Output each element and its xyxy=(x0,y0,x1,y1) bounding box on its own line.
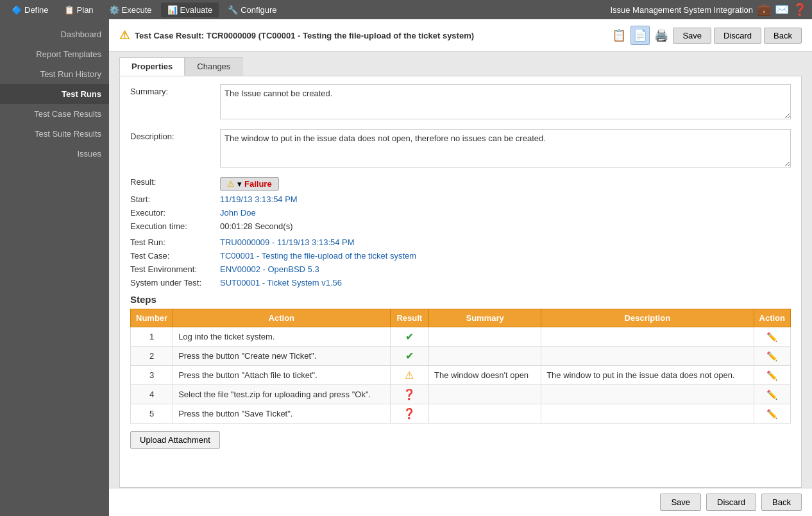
discard-button-bottom[interactable]: Discard xyxy=(706,494,756,511)
step-edit-cell: ✏️ xyxy=(754,347,790,366)
step-edit-cell: ✏️ xyxy=(754,404,790,424)
system-under-test-label: System under Test: xyxy=(130,278,220,288)
description-row: Description: xyxy=(130,129,791,169)
warning-icon: ⚠ xyxy=(119,28,130,42)
back-button-top[interactable]: Back xyxy=(764,28,802,44)
step-edit-cell: ✏️ xyxy=(754,385,790,404)
description-label: Description: xyxy=(130,129,220,141)
executor-value[interactable]: John Doe xyxy=(220,208,256,218)
sidebar: Dashboard Report Templates Test Run Hist… xyxy=(0,19,109,516)
step-description xyxy=(541,385,754,404)
sidebar-item-test-run-history[interactable]: Test Run History xyxy=(0,64,109,84)
col-action-edit: Action xyxy=(754,309,790,327)
status-unknown-icon: ❓ xyxy=(403,408,416,419)
start-value: 11/19/13 3:13:54 PM xyxy=(220,194,298,204)
step-summary: The window doesn't open xyxy=(429,366,541,385)
sidebar-item-report-templates[interactable]: Report Templates xyxy=(0,44,109,64)
step-edit-icon[interactable]: ✏️ xyxy=(766,332,777,342)
step-number: 2 xyxy=(131,347,173,366)
step-edit-cell: ✏️ xyxy=(754,366,790,385)
summary-row: Summary: xyxy=(130,84,791,121)
step-number: 3 xyxy=(131,366,173,385)
content-area: ⚠ Test Case Result: TCR0000009 (TC00001 … xyxy=(109,19,812,516)
step-description xyxy=(541,327,754,347)
summary-input[interactable] xyxy=(220,84,791,119)
step-result: ✔ xyxy=(390,347,429,366)
col-summary: Summary xyxy=(429,309,541,327)
steps-section: Steps Number Action Result Summary Descr… xyxy=(130,294,791,449)
step-action: Press the button "Create new Ticket". xyxy=(173,347,390,366)
step-number: 4 xyxy=(131,385,173,404)
table-row: 1 Log into the ticket system. ✔ ✏️ xyxy=(131,327,791,347)
nav-configure[interactable]: 🔧 Configure xyxy=(221,3,283,17)
test-run-value[interactable]: TRU0000009 - 11/19/13 3:13:54 PM xyxy=(220,237,355,247)
evaluate-icon: 📊 xyxy=(167,5,178,15)
step-edit-icon[interactable]: ✏️ xyxy=(766,370,777,381)
step-number: 5 xyxy=(131,404,173,424)
step-edit-icon[interactable]: ✏️ xyxy=(766,390,777,400)
nav-evaluate[interactable]: 📊 Evaluate xyxy=(161,3,219,17)
step-description xyxy=(541,347,754,366)
status-unknown-icon: ❓ xyxy=(403,389,416,400)
start-label: Start: xyxy=(130,194,220,204)
col-number: Number xyxy=(131,309,173,327)
test-case-value[interactable]: TC00001 - Testing the file-upload of the… xyxy=(220,251,416,261)
nav-icon-help[interactable]: ❓ xyxy=(793,3,807,17)
step-action: Log into the ticket system. xyxy=(173,327,390,347)
nav-plan[interactable]: 📋 Plan xyxy=(58,3,100,17)
col-result: Result xyxy=(390,309,429,327)
test-environment-row: Test Environment: ENV00002 - OpenBSD 5.3 xyxy=(130,264,791,274)
test-case-row: Test Case: TC00001 - Testing the file-up… xyxy=(130,251,791,261)
nav-define[interactable]: 🔷 Define xyxy=(5,3,55,17)
col-action: Action xyxy=(173,309,390,327)
start-row: Start: 11/19/13 3:13:54 PM xyxy=(130,194,791,204)
tab-changes[interactable]: Changes xyxy=(185,57,242,76)
sidebar-item-test-runs[interactable]: Test Runs xyxy=(0,84,109,104)
nav-execute[interactable]: ⚙️ Execute xyxy=(103,3,158,17)
paste-icon-btn[interactable]: 📄 xyxy=(630,26,650,45)
back-button-bottom[interactable]: Back xyxy=(761,494,802,511)
status-ok-icon: ✔ xyxy=(405,350,414,361)
page-header: ⚠ Test Case Result: TCR0000009 (TC00001 … xyxy=(109,19,812,52)
upload-attachment-button[interactable]: Upload Attachment xyxy=(130,431,220,449)
result-dropdown-arrow: ▾ xyxy=(237,179,242,189)
test-environment-value[interactable]: ENV00002 - OpenBSD 5.3 xyxy=(220,264,319,274)
result-label: Result: xyxy=(130,177,220,191)
step-description xyxy=(541,404,754,424)
summary-label: Summary: xyxy=(130,84,220,96)
print-icon-btn[interactable]: 🖨️ xyxy=(652,26,670,44)
sidebar-item-dashboard[interactable]: Dashboard xyxy=(0,24,109,44)
page-title: ⚠ Test Case Result: TCR0000009 (TC00001 … xyxy=(119,28,474,42)
discard-button-top[interactable]: Discard xyxy=(714,28,761,44)
result-dropdown[interactable]: ⚠ ▾ Failure xyxy=(220,177,279,191)
sidebar-item-issues[interactable]: Issues xyxy=(0,144,109,164)
integration-label: Issue Management System Integration xyxy=(610,5,753,15)
step-edit-icon[interactable]: ✏️ xyxy=(766,409,777,419)
system-under-test-value[interactable]: SUT00001 - Ticket System v1.56 xyxy=(220,278,342,288)
step-result: ⚠ xyxy=(390,366,429,385)
sidebar-item-test-suite-results[interactable]: Test Suite Results xyxy=(0,124,109,144)
sidebar-item-test-case-results[interactable]: Test Case Results xyxy=(0,104,109,124)
steps-header-row: Number Action Result Summary Description… xyxy=(131,309,791,327)
result-row: Result: ⚠ ▾ Failure xyxy=(130,177,791,191)
step-summary xyxy=(429,385,541,404)
define-icon: 🔷 xyxy=(12,5,22,15)
nav-icon-2[interactable]: ✉️ xyxy=(775,3,789,17)
step-edit-cell: ✏️ xyxy=(754,327,790,347)
table-row: 3 Press the button "Attach file to ticke… xyxy=(131,366,791,385)
table-row: 5 Press the button "Save Ticket". ❓ ✏️ xyxy=(131,404,791,424)
tab-properties[interactable]: Properties xyxy=(119,57,185,76)
save-button-bottom[interactable]: Save xyxy=(660,494,701,511)
step-edit-icon[interactable]: ✏️ xyxy=(766,351,777,361)
save-button-top[interactable]: Save xyxy=(673,28,711,44)
copy-icon-btn[interactable]: 📋 xyxy=(610,26,628,44)
execute-icon: ⚙️ xyxy=(109,5,119,15)
execution-time-label: Execution time: xyxy=(130,221,220,231)
test-run-row: Test Run: TRU0000009 - 11/19/13 3:13:54 … xyxy=(130,237,791,247)
test-case-label: Test Case: xyxy=(130,251,220,261)
execution-time-value: 00:01:28 Second(s) xyxy=(220,221,292,231)
description-input[interactable] xyxy=(220,129,791,168)
bottom-bar: Save Discard Back xyxy=(109,488,812,516)
nav-icon-1[interactable]: 💼 xyxy=(757,3,771,17)
execution-time-row: Execution time: 00:01:28 Second(s) xyxy=(130,221,791,231)
